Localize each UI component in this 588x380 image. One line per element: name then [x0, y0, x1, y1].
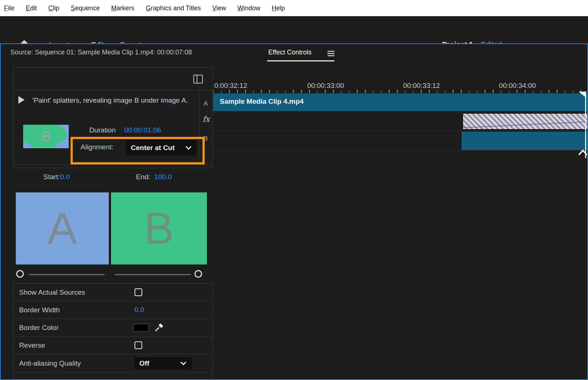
menu-clip[interactable]: Clip: [48, 4, 59, 12]
border-width-value[interactable]: 0.0: [135, 306, 144, 314]
option-anti-aliasing: Anti-aliasing Quality Off: [14, 354, 212, 373]
end-slider-track[interactable]: [115, 274, 191, 275]
transition-options: Show Actual Sources Border Width 0.0 Bor…: [14, 284, 212, 373]
ruler-timecode: 00:00:33:00: [307, 82, 344, 90]
play-transition-icon[interactable]: [18, 96, 25, 104]
border-color-swatch[interactable]: [133, 324, 149, 332]
option-show-actual-sources: Show Actual Sources: [14, 284, 212, 301]
cut-point-chevron-icon: [578, 149, 588, 156]
start-slider-handle[interactable]: [16, 270, 24, 278]
anti-aliasing-value: Off: [139, 359, 149, 367]
end-slider-handle[interactable]: [194, 270, 202, 278]
transition-progress-line: [463, 114, 588, 129]
start-end-section: Start:0.0 End: 100.0 A B: [13, 168, 213, 284]
clip-a-sample-media-clip-4[interactable]: Sample Media Clip 4.mp4: [213, 93, 588, 111]
fx-track-label: fx: [202, 115, 210, 124]
clip-b[interactable]: [462, 132, 588, 150]
timeline-ruler[interactable]: [213, 90, 588, 93]
effect-controls-tab-underline: [267, 60, 334, 61]
chevron-down-icon: [180, 362, 186, 365]
preview-b: B: [111, 192, 207, 264]
transition-description: 'Paint' splatters, revealing image B und…: [32, 95, 190, 106]
menu-sequence[interactable]: Sequence: [71, 4, 100, 12]
track-divider: [213, 150, 588, 151]
menu-window[interactable]: Window: [237, 4, 260, 12]
transition-block[interactable]: [462, 113, 588, 130]
clip-end-marker-icon: [578, 92, 585, 97]
option-label: Border Width: [19, 306, 60, 314]
anti-aliasing-dropdown[interactable]: Off: [133, 356, 192, 370]
clip-name: Sample Media Clip 4.mp4: [220, 97, 304, 106]
option-border-color: Border Color: [14, 319, 212, 337]
premiere-pro-window: File Edit Clip Sequence Markers Graphics…: [0, 0, 588, 380]
effect-controls-header: [14, 68, 212, 90]
thumbnail-letter: B: [23, 125, 69, 148]
option-label: Reverse: [19, 341, 45, 349]
track-divider: [213, 112, 588, 112]
panel-menu-icon[interactable]: [327, 51, 334, 57]
menu-graphics-and-titles[interactable]: Graphics and Titles: [146, 4, 201, 12]
show-hide-timeline-view-icon[interactable]: [193, 75, 203, 84]
menu-file[interactable]: File: [4, 4, 14, 12]
preview-a: A: [16, 192, 109, 264]
start-value[interactable]: 0.0: [60, 173, 69, 181]
menu-bar: File Edit Clip Sequence Markers Graphics…: [0, 0, 588, 16]
start-slider-track[interactable]: [29, 274, 105, 275]
show-actual-sources-checkbox[interactable]: [135, 288, 142, 296]
track-a-label: A: [204, 100, 208, 107]
panel-focus-border-left: [0, 43, 1, 380]
start-label: Start:0.0: [43, 173, 70, 181]
transition-section: 'Paint' splatters, revealing image B und…: [14, 90, 212, 165]
workspace-panel: Source: Sequence 01: Sample Media Clip 1…: [0, 43, 588, 380]
ruler-timecode: 0:00:32:12: [214, 82, 247, 90]
effect-controls-panel: 'Paint' splatters, revealing image B und…: [13, 67, 213, 380]
option-border-width: Border Width 0.0: [14, 301, 212, 319]
option-label: Show Actual Sources: [19, 288, 85, 296]
track-divider: [213, 131, 588, 131]
option-reverse: Reverse: [14, 337, 212, 354]
reverse-checkbox[interactable]: [135, 341, 142, 349]
alignment-value: Center at Cut: [131, 144, 175, 152]
transition-thumbnail: B: [23, 125, 69, 148]
ruler-timecode: 00:00:33:12: [403, 82, 440, 90]
duration-value[interactable]: 00:00:01:06: [124, 126, 161, 134]
menu-help[interactable]: Help: [272, 4, 285, 12]
tab-effect-controls[interactable]: Effect Controls: [268, 49, 312, 56]
menu-markers[interactable]: Markers: [111, 4, 134, 12]
menu-edit[interactable]: Edit: [26, 4, 37, 12]
menu-view[interactable]: View: [212, 4, 226, 12]
alignment-dropdown[interactable]: Center at Cut: [125, 139, 197, 156]
ruler-timecode: 00:00:34:00: [499, 82, 536, 90]
chevron-down-icon: [186, 146, 191, 150]
end-label: End: 100.0: [136, 173, 172, 181]
option-label: Border Color: [19, 324, 59, 332]
end-value[interactable]: 100.0: [154, 173, 172, 181]
edit-point-line: [585, 91, 586, 158]
header-toolbar: Import Edit Export Project 1- Edited: [0, 16, 588, 43]
eyedropper-icon[interactable]: [154, 322, 164, 333]
duration-label: Duration: [89, 126, 116, 134]
option-label: Anti-aliasing Quality: [19, 359, 81, 367]
alignment-label: Alignment:: [80, 143, 114, 151]
panel-focus-border-top: [0, 43, 588, 44]
tab-source-monitor[interactable]: Source: Sequence 01: Sample Media Clip 1…: [10, 49, 192, 56]
